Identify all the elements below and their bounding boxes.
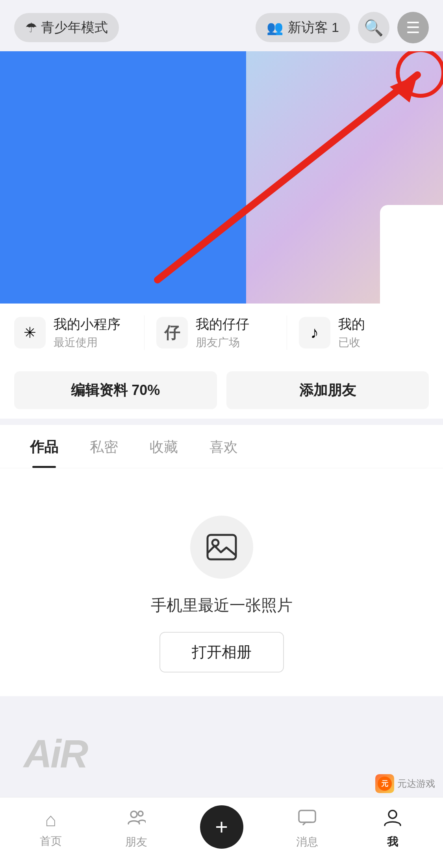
nav-item-friends[interactable]: 朋友 (93, 808, 179, 849)
photo-placeholder-icon (190, 516, 253, 579)
quick-item-miniprogram[interactable]: ✳ 我的小程序 最近使用 (14, 315, 144, 350)
home-icon: ⌂ (45, 809, 56, 831)
svg-text:元: 元 (381, 780, 388, 788)
messages-icon (298, 808, 317, 831)
zizi-sub: 朋友广场 (196, 335, 249, 350)
tabs-bar: 作品 私密 收藏 喜欢 (0, 425, 443, 468)
hero-area (0, 51, 443, 304)
zizi-text: 我的仔仔 朋友广场 (196, 315, 249, 350)
music-title: 我的 (338, 315, 365, 333)
quick-menu: ✳ 我的小程序 最近使用 仔 我的仔仔 朋友广场 ♪ 我的 已收 (0, 304, 443, 362)
watermark-text: 元达游戏 (397, 777, 435, 790)
menu-button[interactable]: ☰ (397, 12, 429, 43)
tab-private[interactable]: 私密 (74, 425, 134, 468)
nav-messages-label: 消息 (296, 834, 318, 849)
bottom-nav: ⌂ 首页 朋友 + 消息 (0, 797, 443, 868)
quick-item-music[interactable]: ♪ 我的 已收 (287, 315, 429, 350)
nav-item-me[interactable]: 我 (350, 808, 435, 849)
open-album-button[interactable]: 打开相册 (159, 632, 284, 672)
add-friend-button[interactable]: 添加朋友 (226, 371, 429, 409)
search-icon: 🔍 (364, 19, 384, 37)
edit-profile-button[interactable]: 编辑资料 70% (14, 371, 217, 409)
air-text: AiR (24, 731, 87, 777)
top-right-controls: 👥 新访客 1 🔍 ☰ (256, 12, 429, 43)
svg-point-8 (389, 810, 397, 818)
tab-likes[interactable]: 喜欢 (194, 425, 254, 468)
zizi-title: 我的仔仔 (196, 315, 249, 333)
nav-friends-label: 朋友 (125, 834, 147, 849)
svg-point-5 (131, 811, 137, 818)
visitor-button[interactable]: 👥 新访客 1 (256, 13, 350, 42)
miniprogram-icon: ✳ (14, 317, 46, 348)
people-icon: 👥 (267, 20, 283, 35)
friends-icon (127, 808, 146, 831)
watermark-logo: 元 (375, 774, 394, 793)
plus-icon: + (215, 814, 228, 840)
svg-rect-3 (208, 535, 236, 559)
tab-favorites[interactable]: 收藏 (134, 425, 194, 468)
hero-white-corner (380, 205, 443, 304)
svg-point-4 (212, 540, 219, 546)
empty-state: 手机里最近一张照片 打开相册 (0, 468, 443, 696)
search-button[interactable]: 🔍 (358, 12, 389, 43)
miniprogram-title: 我的小程序 (54, 315, 120, 333)
shield-icon: ☂ (25, 20, 37, 35)
music-icon: ♪ (299, 317, 330, 348)
menu-icon: ☰ (406, 19, 420, 37)
nav-item-messages[interactable]: 消息 (264, 808, 350, 849)
tab-works[interactable]: 作品 (14, 425, 74, 468)
plus-button[interactable]: + (200, 805, 243, 849)
top-bar: ☂ 青少年模式 👥 新访客 1 🔍 ☰ (0, 0, 443, 51)
svg-rect-7 (299, 810, 315, 822)
youth-mode-button[interactable]: ☂ 青少年模式 (14, 13, 119, 42)
visitor-label: 新访客 1 (288, 19, 339, 37)
air-badge: AiR (0, 714, 110, 793)
nav-item-home[interactable]: ⌂ 首页 (8, 809, 93, 849)
nav-me-label: 我 (387, 834, 398, 849)
nav-item-plus[interactable]: + (179, 805, 264, 853)
zizi-icon: 仔 (156, 317, 188, 348)
empty-state-text: 手机里最近一张照片 (151, 594, 293, 616)
quick-item-zizi[interactable]: 仔 我的仔仔 朋友广场 (144, 315, 286, 350)
miniprogram-text: 我的小程序 最近使用 (54, 315, 120, 350)
action-buttons-row: 编辑资料 70% 添加朋友 (0, 362, 443, 419)
youth-mode-label: 青少年模式 (41, 19, 108, 37)
watermark: 元 元达游戏 (375, 774, 435, 793)
hero-blue-block (0, 51, 260, 304)
me-icon (383, 808, 402, 831)
svg-point-6 (138, 811, 143, 816)
music-sub: 已收 (338, 335, 365, 350)
nav-home-label: 首页 (40, 834, 62, 849)
miniprogram-sub: 最近使用 (54, 335, 120, 350)
music-text: 我的 已收 (338, 315, 365, 350)
